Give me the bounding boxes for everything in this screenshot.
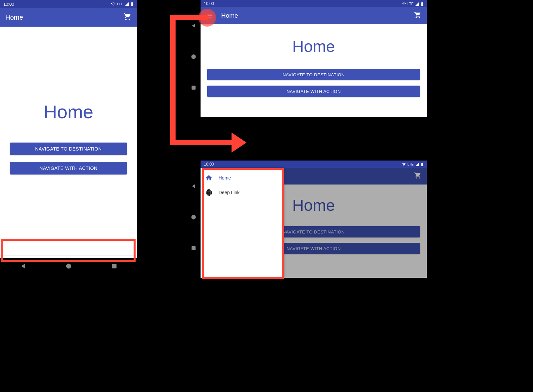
- svg-rect-1: [112, 264, 116, 268]
- signal-icon: [415, 162, 419, 167]
- page-heading: Home: [292, 37, 335, 56]
- network-label: LTE: [407, 2, 414, 6]
- back-icon[interactable]: [191, 183, 197, 189]
- home-icon: [205, 174, 213, 182]
- drawer-deeplink-label: Deep Link: [219, 190, 240, 195]
- clock-text: 10:00: [204, 1, 214, 6]
- recents-icon[interactable]: [111, 263, 118, 269]
- tablet2-system-navbar: [186, 171, 202, 264]
- app-bar: Home: [0, 8, 137, 27]
- tablet-mockup-drawer-open: 10:00 LTE Home Home Navigate to Destinat…: [201, 161, 427, 278]
- network-label: LTE: [117, 2, 123, 6]
- app-bar-title: Home: [5, 14, 124, 21]
- signal-icon: [415, 2, 419, 6]
- tap-indicator: [198, 9, 216, 27]
- wifi-icon: [402, 2, 406, 6]
- svg-point-4: [191, 215, 196, 219]
- wifi-icon: [402, 162, 406, 167]
- svg-point-0: [66, 264, 71, 269]
- back-icon[interactable]: [20, 263, 26, 269]
- page-heading: Home: [44, 101, 93, 123]
- status-bar: 10:00 LTE: [201, 0, 427, 7]
- phone-content: Home Navigate to Destination Navigate wi…: [0, 27, 137, 255]
- network-label: LTE: [407, 163, 414, 166]
- signal-icon: [125, 2, 129, 6]
- cart-icon: [124, 13, 132, 21]
- battery-icon: [421, 162, 423, 167]
- clock-text: 10:00: [3, 2, 14, 7]
- status-bar: 10:00 LTE: [0, 0, 137, 8]
- battery-icon: [131, 2, 134, 6]
- home-nav-icon[interactable]: [65, 263, 72, 269]
- battery-icon: [421, 2, 423, 6]
- drawer-home-label: Home: [219, 175, 231, 181]
- cart-button[interactable]: [124, 13, 132, 22]
- wifi-icon: [111, 2, 116, 6]
- phone-mockup: 10:00 LTE Home Home Navigate to Destinat…: [0, 0, 137, 274]
- svg-rect-5: [192, 246, 196, 250]
- phone-system-navbar: [0, 258, 137, 274]
- android-icon: [205, 189, 213, 196]
- home-nav-icon[interactable]: [191, 214, 197, 220]
- drawer-item-home[interactable]: Home: [201, 171, 283, 185]
- navigation-drawer: Home Deep Link: [201, 168, 283, 278]
- drawer-item-deeplink[interactable]: Deep Link: [201, 185, 283, 200]
- navigate-action-button[interactable]: Navigate with Action: [10, 162, 127, 175]
- cart-icon: [414, 11, 421, 19]
- navigate-destination-button[interactable]: Navigate to Destination: [10, 143, 127, 155]
- recents-icon[interactable]: [191, 245, 197, 251]
- cart-button[interactable]: [414, 11, 421, 20]
- flow-arrow: [168, 13, 252, 169]
